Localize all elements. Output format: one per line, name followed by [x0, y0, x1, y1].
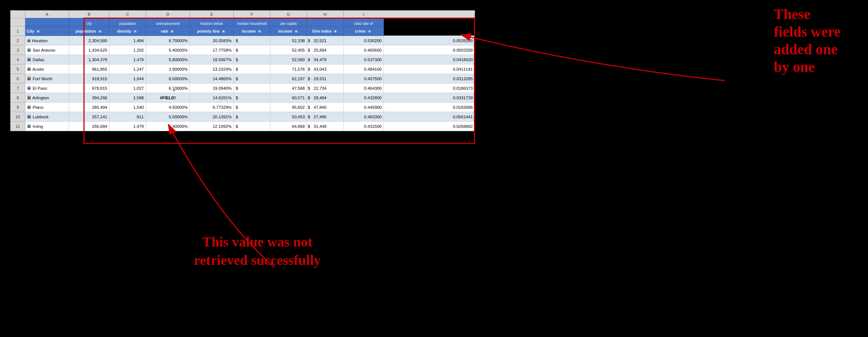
header-crime[interactable]: crime ▼	[344, 26, 384, 36]
dropdown-population[interactable]: ▼	[97, 29, 103, 34]
table-row: 5 🏛 Austin 961,855 1,247 3.90000% 13.232…	[11, 64, 475, 74]
income-fortworth: 62,187	[270, 74, 307, 84]
table-row: 11 🏛 Irving 256,684 1,479 5.40000% 12.19…	[11, 122, 475, 131]
header-gini[interactable]: Gini index ▼	[307, 26, 344, 36]
subheader-i: total rate of	[344, 18, 384, 26]
percapita-lubbock: $ 27,496	[307, 112, 344, 122]
table-row: 6 🏛 Fort Worth 918,915 1,044 6.00000% 14…	[11, 74, 475, 84]
col-label-i: I	[344, 11, 384, 18]
pop-dallas: 1,304,379	[69, 55, 109, 64]
data-table: city population unemployment fraction be…	[10, 18, 475, 131]
poverty-elpaso: 19.0940%	[190, 84, 234, 93]
income-dollar-sa: $	[234, 45, 270, 55]
unemp-austin: 3.90000%	[146, 64, 190, 74]
density-plano: 1,540	[109, 103, 146, 112]
dropdown-poverty[interactable]: ▼	[221, 29, 226, 34]
density-lubbock: 811	[109, 112, 146, 122]
subheader-c: population	[109, 18, 146, 26]
header-income[interactable]: income ▼	[234, 26, 270, 36]
crime-elpaso: 0.0186373	[384, 84, 475, 93]
percapita-dollar-houston: $ 32,521	[307, 36, 344, 45]
city-irving: 🏛 Irving	[25, 122, 69, 131]
rownum-5: 5	[11, 64, 25, 74]
poverty-austin: 13.2324%	[190, 64, 234, 74]
table-row: 7 🏛 El Paso 678,815 1,027 6.10000% ▲ 19.…	[11, 84, 475, 93]
poverty-irving: 12.1992%	[190, 122, 234, 131]
pop-lubbock: 257,141	[69, 112, 109, 122]
dropdown-gini[interactable]: ▼	[333, 29, 338, 34]
pop-houston: 2,304,580	[69, 36, 109, 45]
unemp-arlington-error: #FIELD!	[146, 93, 190, 103]
gini-arlington: 0.432800	[344, 93, 384, 103]
income-dollar-dallas: $	[234, 55, 270, 64]
header-city[interactable]: City ▼	[25, 26, 69, 36]
unemp-sanantonio: 5.40000%	[146, 45, 190, 55]
unemp-houston: 6.70000%	[146, 36, 190, 45]
unemp-fortworth: 6.00000%	[146, 74, 190, 84]
col-letter-headers: A B C D E F G H I	[10, 10, 475, 18]
percapita-irving: $ 31,448	[307, 122, 344, 131]
table-row: 2 🏛 Houston 2,304,580 1,484 6.70000% 20.…	[11, 36, 475, 45]
pop-austin: 961,855	[69, 64, 109, 74]
subheader-row: city population unemployment fraction be…	[11, 18, 475, 26]
city-fortworth: 🏛 Fort Worth	[25, 74, 69, 84]
income-sanantonio: 52,455	[270, 45, 307, 55]
income-houston: 52,338	[270, 36, 307, 45]
dropdown-percapita[interactable]: ▼	[293, 29, 299, 34]
subheader-b: city	[69, 18, 109, 26]
dropdown-density[interactable]: ▼	[132, 29, 138, 34]
pop-fortworth: 918,915	[69, 74, 109, 84]
header-poverty[interactable]: poverty line ▼	[190, 26, 234, 36]
pop-plano: 285,494	[69, 103, 109, 112]
crime-arlington: 0.0331739	[384, 93, 475, 103]
dropdown-city[interactable]: ▼	[35, 29, 41, 34]
density-fortworth: 1,044	[109, 74, 146, 84]
col-label-c: C	[109, 11, 146, 18]
dropdown-rate[interactable]: ▼	[169, 29, 175, 34]
subheader-rownum	[11, 18, 25, 26]
crime-irving: 0.0268882	[384, 122, 475, 131]
poverty-plano: 6.77329%	[190, 103, 234, 112]
unemp-irving: 5.40000%	[146, 122, 190, 131]
annotation-top-right: Thesefields wereadded oneby one	[774, 5, 841, 76]
pop-arlington: 394,266	[69, 93, 109, 103]
subheader-d: unemployment	[146, 18, 190, 26]
city-austin: 🏛 Austin	[25, 64, 69, 74]
density-austin: 1,247	[109, 64, 146, 74]
density-dallas: 1,479	[109, 55, 146, 64]
poverty-houston: 20.0583%	[190, 36, 234, 45]
dropdown-crime[interactable]: ▼	[367, 29, 372, 34]
gini-plano: 0.445900	[344, 103, 384, 112]
income-austin: 71,576	[270, 64, 307, 74]
dropdown-income[interactable]: ▼	[257, 29, 262, 34]
income-dollar-ep: $	[234, 84, 270, 93]
col-label-e: E	[190, 11, 234, 18]
header-population[interactable]: population ▼	[69, 26, 109, 36]
city-arlington: 🏛 Arlington	[25, 93, 69, 103]
col-label-f: F	[234, 11, 270, 18]
header-density[interactable]: density ▼	[109, 26, 146, 36]
poverty-lubbock: 20.1391%	[190, 112, 234, 122]
density-elpaso: 1,027	[109, 84, 146, 93]
city-dallas: 🏛 Dallas	[25, 55, 69, 64]
header-rownum: 1	[11, 26, 25, 36]
city-lubbock: 🏛 Lubbock	[25, 112, 69, 122]
gini-irving: 0.431500	[344, 122, 384, 131]
density-sanantonio: 1,202	[109, 45, 146, 55]
crime-dallas: 0.0418420	[384, 55, 475, 64]
annotation-bottom: This value was notretrieved successfully	[194, 233, 321, 269]
subheader-a	[25, 18, 69, 26]
poverty-arlington: 14.6281%	[190, 93, 234, 103]
table-row: 4 🏛 Dallas 1,304,379 1,479 5.80000% 18.9…	[11, 55, 475, 64]
col-label-h: H	[307, 11, 344, 18]
unemp-lubbock: 5.00000%	[146, 112, 190, 122]
header-unemployment[interactable]: rate ▼	[146, 26, 190, 36]
income-dallas: 52,580	[270, 55, 307, 64]
pop-irving: 256,684	[69, 122, 109, 131]
city-elpaso: 🏛 El Paso	[25, 84, 69, 93]
percapita-elpaso: $ 22,734	[307, 84, 344, 93]
crime-plano: 0.0183086	[384, 103, 475, 112]
header-percapita[interactable]: income ▼	[270, 26, 307, 36]
poverty-sanantonio: 17.7758%	[190, 45, 234, 55]
gini-elpaso: 0.464300	[344, 84, 384, 93]
